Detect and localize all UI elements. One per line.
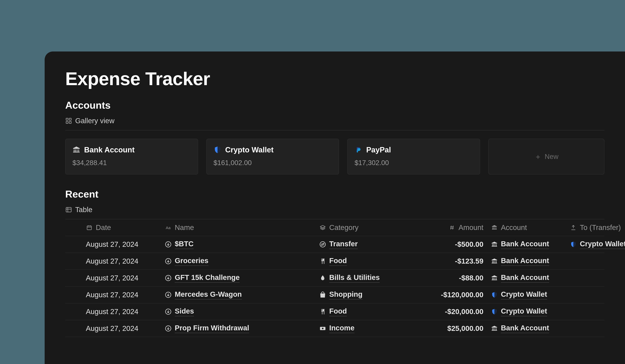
table-row[interactable]: August 27, 2024Prop Firm WithdrawalIncom… bbox=[65, 320, 604, 337]
account-name: Bank Account bbox=[84, 146, 135, 154]
download-arrow-icon bbox=[165, 325, 172, 332]
cell-amount: -$120,000.00 bbox=[419, 291, 488, 299]
account-name: Crypto Wallet bbox=[225, 146, 274, 154]
col-amount-label: Amount bbox=[459, 223, 483, 232]
svg-rect-1 bbox=[69, 118, 71, 120]
calendar-icon bbox=[86, 224, 93, 231]
svg-rect-4 bbox=[66, 208, 71, 212]
food-icon bbox=[319, 258, 326, 265]
cell-category[interactable]: Transfer bbox=[319, 240, 415, 249]
income-icon bbox=[319, 325, 326, 332]
cell-amount: -$88.00 bbox=[419, 274, 488, 282]
shield-icon bbox=[491, 308, 498, 315]
table-view-icon bbox=[65, 206, 72, 213]
download-arrow-icon bbox=[165, 308, 172, 315]
col-account[interactable]: Account bbox=[491, 223, 566, 232]
svg-text:Aa: Aa bbox=[166, 225, 171, 230]
cell-category[interactable]: Shopping bbox=[319, 290, 415, 300]
recent-view-label: Table bbox=[75, 206, 92, 214]
account-balance: $161,002.00 bbox=[214, 159, 332, 167]
table-row[interactable]: August 27, 2024GFT 15k ChallengeBills & … bbox=[65, 270, 604, 287]
cell-account[interactable]: Bank Account bbox=[491, 257, 566, 266]
account-name: PayPal bbox=[366, 146, 391, 154]
cell-date: August 27, 2024 bbox=[86, 291, 161, 299]
cell-name[interactable]: Mercedes G-Wagon bbox=[165, 290, 316, 300]
cell-date: August 27, 2024 bbox=[86, 324, 161, 333]
col-name[interactable]: Aa Name bbox=[165, 223, 316, 232]
table-row[interactable]: August 27, 2024GroceriesFood-$123.59Bank… bbox=[65, 253, 604, 270]
shield-icon bbox=[570, 241, 577, 248]
account-balance: $34,288.41 bbox=[72, 159, 191, 167]
cell-name[interactable]: GFT 15k Challenge bbox=[165, 273, 316, 283]
cell-category[interactable]: Food bbox=[319, 307, 415, 316]
cell-date: August 27, 2024 bbox=[86, 307, 161, 316]
cell-date: August 27, 2024 bbox=[86, 274, 161, 282]
col-date[interactable]: Date bbox=[86, 223, 161, 232]
download-arrow-icon bbox=[165, 274, 172, 281]
cell-to-transfer[interactable]: Crypto Wallet bbox=[570, 240, 625, 249]
table-row[interactable]: August 27, 2024Mercedes G-WagonShopping-… bbox=[65, 287, 604, 303]
cell-name[interactable]: Sides bbox=[165, 307, 316, 316]
cell-amount: -$123.59 bbox=[419, 257, 488, 265]
account-card-paypal[interactable]: PayPal $17,302.00 bbox=[347, 139, 480, 175]
col-category[interactable]: Category bbox=[319, 223, 415, 232]
paypal-icon bbox=[354, 146, 362, 154]
col-amount[interactable]: Amount bbox=[419, 223, 488, 232]
svg-rect-7 bbox=[87, 226, 92, 230]
bank-icon bbox=[491, 258, 498, 265]
cell-category[interactable]: Bills & Utilities bbox=[319, 273, 415, 283]
cell-amount: -$20,000.00 bbox=[419, 307, 488, 316]
bank-icon bbox=[72, 146, 80, 154]
col-date-label: Date bbox=[96, 223, 111, 232]
gallery-view-icon bbox=[65, 117, 72, 124]
food-icon bbox=[319, 308, 326, 315]
account-balance: $17,302.00 bbox=[354, 159, 473, 167]
cell-category[interactable]: Income bbox=[319, 324, 415, 333]
download-arrow-icon bbox=[165, 291, 172, 298]
col-category-label: Category bbox=[329, 223, 358, 232]
recent-heading: Recent bbox=[65, 188, 604, 200]
transactions-table-body: August 27, 2024$BTCTransfer-$500.00Bank … bbox=[65, 236, 604, 337]
cell-account[interactable]: Crypto Wallet bbox=[491, 290, 566, 300]
bank-icon bbox=[491, 224, 498, 231]
cell-category[interactable]: Food bbox=[319, 257, 415, 266]
account-card-crypto[interactable]: Crypto Wallet $161,002.00 bbox=[206, 139, 339, 175]
cell-account[interactable]: Bank Account bbox=[491, 273, 566, 283]
upload-icon bbox=[570, 224, 577, 231]
col-to-transfer[interactable]: To (Transfer) bbox=[570, 223, 625, 232]
new-account-button[interactable]: ＋ New bbox=[488, 139, 604, 175]
cell-account[interactable]: Bank Account bbox=[491, 240, 566, 249]
account-card-bank[interactable]: Bank Account $34,288.41 bbox=[65, 139, 198, 175]
accounts-gallery: Bank Account $34,288.41 Crypto Wallet $1… bbox=[65, 139, 604, 175]
cell-name[interactable]: Prop Firm Withdrawal bbox=[165, 324, 316, 333]
bank-icon bbox=[491, 241, 498, 248]
layers-icon bbox=[319, 224, 326, 231]
cell-date: August 27, 2024 bbox=[86, 257, 161, 265]
table-row[interactable]: August 27, 2024$BTCTransfer-$500.00Bank … bbox=[65, 236, 604, 253]
cell-name[interactable]: Groceries bbox=[165, 257, 316, 266]
bank-icon bbox=[491, 325, 498, 332]
table-row[interactable]: August 27, 2024SidesFood-$20,000.00Crypt… bbox=[65, 303, 604, 320]
cell-amount: -$500.00 bbox=[419, 240, 488, 248]
cell-name[interactable]: $BTC bbox=[165, 240, 316, 249]
shopping-icon bbox=[319, 291, 326, 298]
col-name-label: Name bbox=[175, 223, 194, 232]
svg-point-17 bbox=[320, 242, 325, 247]
svg-rect-0 bbox=[66, 118, 68, 120]
shield-icon bbox=[214, 146, 221, 154]
transactions-table-header: Date Aa Name Category Amount Account bbox=[65, 219, 604, 236]
cell-date: August 27, 2024 bbox=[86, 240, 161, 248]
recent-view-switcher[interactable]: Table bbox=[65, 206, 604, 219]
bills-icon bbox=[319, 274, 326, 281]
plus-icon: ＋ bbox=[534, 153, 542, 160]
cell-account[interactable]: Bank Account bbox=[491, 324, 566, 333]
svg-rect-3 bbox=[69, 121, 71, 123]
new-account-label: New bbox=[545, 153, 558, 160]
svg-point-24 bbox=[322, 328, 324, 329]
cell-amount: $25,000.00 bbox=[419, 324, 488, 333]
cell-account[interactable]: Crypto Wallet bbox=[491, 307, 566, 316]
expense-tracker-app: Expense Tracker Accounts Gallery view Ba… bbox=[45, 52, 625, 364]
accounts-heading: Accounts bbox=[65, 99, 604, 111]
accounts-view-switcher[interactable]: Gallery view bbox=[65, 117, 604, 130]
col-transfer-label: To (Transfer) bbox=[580, 223, 621, 232]
